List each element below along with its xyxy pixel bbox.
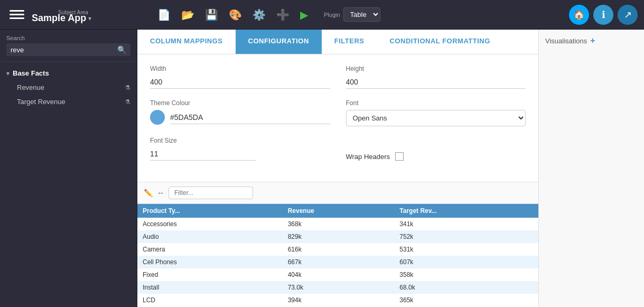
font-label: Font <box>346 99 526 107</box>
data-table: Product Ty... Revenue Target Rev... Acce… <box>137 204 538 306</box>
wrap-headers-row: Wrap Headers <box>346 152 526 161</box>
palette-button[interactable]: 🎨 <box>226 6 245 23</box>
form-row-dimensions: Width Height <box>150 65 526 89</box>
tab-filters[interactable]: FILTERS <box>322 30 377 54</box>
font-select[interactable]: Open Sans Arial Times New Roman Verdana <box>346 110 526 126</box>
col-revenue[interactable]: Revenue <box>283 204 395 218</box>
table-cell: Accessories <box>137 218 283 230</box>
theme-colour-row <box>150 110 330 125</box>
colour-swatch[interactable] <box>150 110 165 125</box>
table-row[interactable]: Accessories368k341k <box>137 218 538 230</box>
play-button[interactable]: ▶ <box>297 6 311 23</box>
height-group: Height <box>346 65 526 89</box>
topbar-right: 🏠 ℹ ↗ <box>569 5 638 25</box>
table-row[interactable]: Cell Phones667k607k <box>137 256 538 268</box>
width-group: Width <box>150 65 330 89</box>
search-input[interactable] <box>11 46 114 54</box>
wrap-headers-label: Wrap Headers <box>346 153 390 161</box>
font-size-input[interactable] <box>150 147 256 161</box>
table-cell: 752k <box>394 230 538 243</box>
main-layout: Search 🔍 ▾ Base Facts Revenue ⚗ Target R… <box>0 30 644 307</box>
table-cell: 358k <box>394 268 538 281</box>
info-button[interactable]: ℹ <box>593 5 613 25</box>
wrap-headers-group: Wrap Headers <box>346 137 526 161</box>
theme-colour-input[interactable] <box>170 111 330 124</box>
app-dropdown-icon[interactable]: ▾ <box>88 15 91 22</box>
theme-colour-label: Theme Colour <box>150 99 330 107</box>
table-cell: Install <box>137 281 283 294</box>
tab-configuration[interactable]: CONFIGURATION <box>236 30 322 54</box>
table-cell: 531k <box>394 243 538 256</box>
base-facts-header[interactable]: ▾ Base Facts <box>0 66 137 80</box>
subject-area-label: Subject Area <box>58 10 88 15</box>
search-label: Search <box>6 35 130 41</box>
chevron-down-icon: ▾ <box>6 70 10 77</box>
table-cell: 368k <box>283 218 395 230</box>
tab-conditional-formatting[interactable]: CONDITIONAL FORMATTING <box>377 30 503 54</box>
arrows-icon[interactable]: ↔ <box>157 189 164 197</box>
filter-icon[interactable]: ⚗ <box>125 98 130 106</box>
search-icon[interactable]: 🔍 <box>117 45 126 54</box>
plugin-select[interactable]: Table <box>343 7 380 22</box>
home-button[interactable]: 🏠 <box>569 5 589 25</box>
table-header-row: Product Ty... Revenue Target Rev... <box>137 204 538 218</box>
table-cell: Fixed <box>137 268 283 281</box>
plugin-row: Plugin Table <box>315 7 380 22</box>
sidebar-item-revenue[interactable]: Revenue ⚗ <box>0 80 137 95</box>
folder-button[interactable]: 📂 <box>178 6 198 23</box>
table-row[interactable]: Camera616k531k <box>137 243 538 256</box>
sidebar-item-target-revenue[interactable]: Target Revenue ⚗ <box>0 95 137 109</box>
sidebar-item-label: Revenue <box>17 83 44 91</box>
table-row[interactable]: Fixed404k358k <box>137 268 538 281</box>
topbar-center: 📄 📂 💾 🎨 ⚙️ ➕ ▶ Plugin Table <box>144 6 569 23</box>
topbar: Subject Area Sample App ▾ 📄 📂 💾 🎨 ⚙️ ➕ ▶… <box>0 0 644 30</box>
edit-icon[interactable]: ✏️ <box>144 189 153 197</box>
width-label: Width <box>150 65 330 72</box>
sidebar-section-base-facts: ▾ Base Facts Revenue ⚗ Target Revenue ⚗ <box>0 62 137 113</box>
table-header: Product Ty... Revenue Target Rev... <box>137 204 538 218</box>
search-area: Search 🔍 <box>0 30 137 62</box>
form-row-theme-font: Theme Colour Font Open Sans Arial Times … <box>150 99 526 126</box>
topbar-left: Subject Area Sample App ▾ <box>6 5 144 24</box>
tabs: COLUMN MAPPINGS CONFIGURATION FILTERS CO… <box>137 30 538 54</box>
table-cell: 394k <box>283 294 395 306</box>
share-button[interactable]: ↗ <box>618 5 638 25</box>
plugin-label: Plugin <box>324 12 340 18</box>
search-input-row: 🔍 <box>6 43 130 56</box>
table-cell: 341k <box>394 218 538 230</box>
save-button[interactable]: 💾 <box>202 6 221 23</box>
filter-icon[interactable]: ⚗ <box>125 84 130 91</box>
content-area: COLUMN MAPPINGS CONFIGURATION FILTERS CO… <box>137 30 538 307</box>
filter-input[interactable] <box>169 187 253 199</box>
table-cell: 607k <box>394 256 538 268</box>
add-button[interactable]: ➕ <box>273 6 293 23</box>
tab-column-mappings[interactable]: COLUMN MAPPINGS <box>137 30 236 54</box>
hamburger-menu-button[interactable] <box>6 5 27 24</box>
height-input[interactable] <box>346 76 526 89</box>
config-panel: Width Height Theme Colour Font <box>137 54 538 182</box>
table-row[interactable]: Audio829k752k <box>137 230 538 243</box>
vis-header: Visualisations + <box>545 36 638 45</box>
table-row[interactable]: LCD394k365k <box>137 294 538 306</box>
col-target-revenue[interactable]: Target Rev... <box>394 204 538 218</box>
table-cell: 365k <box>394 294 538 306</box>
table-cell: Cell Phones <box>137 256 283 268</box>
table-body: Accessories368k341kAudio829k752kCamera61… <box>137 218 538 306</box>
settings-button[interactable]: ⚙️ <box>249 6 269 23</box>
table-cell: 829k <box>283 230 395 243</box>
add-visualisation-button[interactable]: + <box>590 36 595 45</box>
table-row[interactable]: Install73.0k68.0k <box>137 281 538 294</box>
height-label: Height <box>346 65 526 72</box>
subject-area-container: Subject Area Sample App ▾ <box>32 5 91 24</box>
table-cell: Camera <box>137 243 283 256</box>
col-product-type[interactable]: Product Ty... <box>137 204 283 218</box>
font-size-group: Font Size <box>150 137 330 161</box>
table-cell: 73.0k <box>283 281 395 294</box>
new-doc-button[interactable]: 📄 <box>154 6 174 23</box>
sidebar-item-label: Target Revenue <box>17 98 66 106</box>
table-cell: LCD <box>137 294 283 306</box>
table-preview: ✏️ ↔ Product Ty... Revenue Target Rev...… <box>137 182 538 307</box>
wrap-headers-checkbox[interactable] <box>395 152 404 161</box>
width-input[interactable] <box>150 76 330 89</box>
sidebar: Search 🔍 ▾ Base Facts Revenue ⚗ Target R… <box>0 30 137 307</box>
